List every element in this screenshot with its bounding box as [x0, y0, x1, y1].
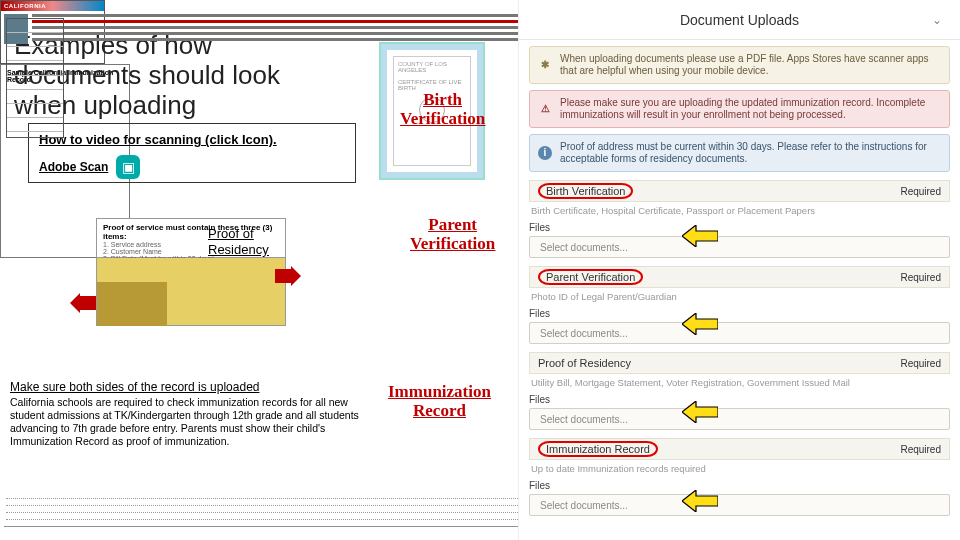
section-header[interactable]: Immunization Record Required	[529, 438, 950, 460]
alert-warn-text: When uploading documents please use a PD…	[560, 53, 939, 77]
upload-panel: Document Uploads ⌄ ✱ When uploading docu…	[518, 0, 960, 540]
select-documents-button[interactable]: Select documents...	[529, 408, 950, 430]
por-label: Proof ofResidency	[208, 226, 269, 258]
required-label: Required	[900, 272, 941, 283]
yellow-arrow-icon	[682, 490, 718, 512]
section-header[interactable]: Parent Verification Required	[529, 266, 950, 288]
select-documents-button[interactable]: Select documents...	[529, 322, 950, 344]
section-0: Birth Verification Required Birth Certif…	[529, 180, 950, 258]
footnote-lead: Make sure both sides of the record is up…	[10, 380, 372, 394]
select-documents-button[interactable]: Select documents...	[529, 494, 950, 516]
chevron-down-icon: ⌄	[932, 13, 942, 27]
footnote: Make sure both sides of the record is up…	[10, 380, 372, 448]
section-header[interactable]: Proof of Residency Required	[529, 352, 950, 374]
panel-header[interactable]: Document Uploads ⌄	[519, 0, 960, 40]
alert-danger: ⚠ Please make sure you are uploading the…	[529, 90, 950, 128]
info-icon: i	[538, 146, 552, 160]
svg-marker-3	[682, 313, 718, 335]
files-label: Files	[529, 480, 950, 491]
svg-marker-5	[682, 490, 718, 512]
section-title: Parent Verification	[538, 269, 643, 285]
svg-marker-4	[682, 401, 718, 423]
footnote-body: California schools are required to check…	[10, 396, 372, 448]
howto-box: How to video for scanning (click Icon). …	[28, 123, 356, 183]
red-arrow-icon	[70, 293, 96, 313]
section-title: Proof of Residency	[538, 357, 631, 369]
svg-marker-0	[70, 293, 96, 313]
select-documents-button[interactable]: Select documents...	[529, 236, 950, 258]
section-sub: Birth Certificate, Hospital Certificate,…	[529, 202, 950, 218]
files-label: Files	[529, 222, 950, 233]
svg-marker-2	[682, 225, 718, 247]
alert-danger-text: Please make sure you are uploading the u…	[560, 97, 939, 121]
yellow-arrow-icon	[682, 313, 718, 335]
yellow-arrow-icon	[682, 225, 718, 247]
svg-marker-1	[275, 266, 301, 286]
panel-title: Document Uploads	[680, 12, 799, 28]
alert-info-text: Proof of address must be current within …	[560, 141, 939, 165]
section-1: Parent Verification Required Photo ID of…	[529, 266, 950, 344]
required-label: Required	[900, 186, 941, 197]
section-title: Immunization Record	[538, 441, 658, 457]
red-arrow-icon	[275, 266, 301, 286]
section-sub: Utility Bill, Mortgage Statement, Voter …	[529, 374, 950, 390]
dl-header: CALIFORNIA	[1, 1, 104, 11]
asterisk-icon: ✱	[538, 58, 552, 72]
birth-label: BirthVerification	[400, 90, 485, 128]
alert-info: i Proof of address must be current withi…	[529, 134, 950, 172]
section-3: Immunization Record Required Up to date …	[529, 438, 950, 516]
parent-label: ParentVerification	[410, 215, 495, 253]
alert-warn: ✱ When uploading documents please use a …	[529, 46, 950, 84]
required-label: Required	[900, 444, 941, 455]
file-block: Files Select documents...	[529, 308, 950, 344]
howto-heading: How to video for scanning (click Icon).	[39, 132, 345, 147]
por-item-1: Service address	[111, 241, 161, 248]
howto-row: Adobe Scan ▣	[39, 155, 345, 179]
file-block: Files Select documents...	[529, 394, 950, 430]
yellow-arrow-icon	[682, 401, 718, 423]
section-header[interactable]: Birth Verification Required	[529, 180, 950, 202]
section-sub: Photo ID of Legal Parent/Guardian	[529, 288, 950, 304]
scan-icon[interactable]: ▣	[116, 155, 140, 179]
required-label: Required	[900, 358, 941, 369]
files-label: Files	[529, 394, 950, 405]
adobe-scan-label: Adobe Scan	[39, 160, 108, 174]
section-sub: Up to date Immunization records required	[529, 460, 950, 476]
file-block: Files Select documents...	[529, 480, 950, 516]
slide: Examples of how documents should look wh…	[0, 0, 960, 540]
section-title: Birth Verification	[538, 183, 633, 199]
por-item-2: Customer Name	[111, 248, 162, 255]
file-block: Files Select documents...	[529, 222, 950, 258]
immun-label: ImmunizationRecord	[388, 382, 491, 420]
section-2: Proof of Residency Required Utility Bill…	[529, 352, 950, 430]
warning-icon: ⚠	[538, 102, 552, 116]
files-label: Files	[529, 308, 950, 319]
